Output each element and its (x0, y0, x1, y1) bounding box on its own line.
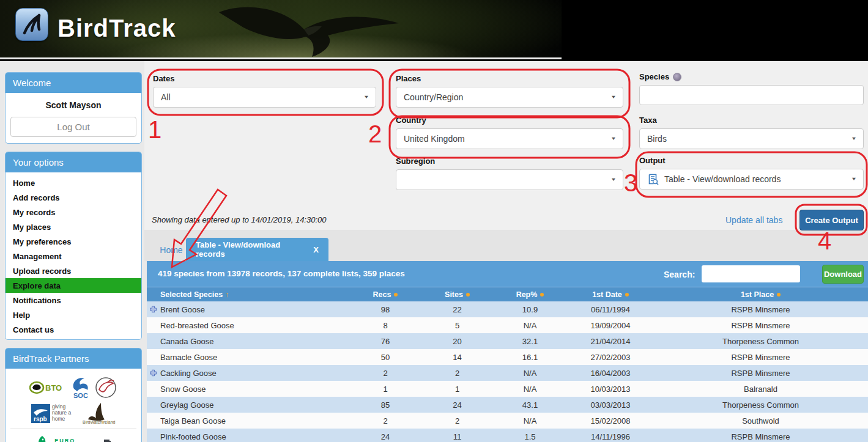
first-date-value: 21/04/2014 (568, 337, 653, 346)
output-select[interactable]: Table - View/download records ▼ (639, 169, 864, 190)
subregion-label: Subregion (396, 157, 623, 166)
places-select-value: Country/Region (404, 92, 463, 102)
sites-value: 2 (422, 416, 492, 425)
output-select-value: Table - View/download records (664, 174, 781, 184)
sort-dot-icon (466, 293, 470, 297)
first-date-value: 27/02/2003 (568, 353, 653, 362)
bto-logo-icon[interactable]: BTO (29, 380, 65, 396)
column-recs[interactable]: Recs (349, 290, 422, 299)
eurobirdportal-logo[interactable]: EURO BIRD PORTAL (9, 433, 138, 442)
expand-plus-icon[interactable] (150, 306, 157, 313)
taxa-select[interactable]: Birds ▼ (639, 128, 864, 149)
partners-divider (10, 429, 136, 429)
sidebar-menu-item[interactable]: My records (6, 205, 141, 219)
filter-group-dates: Dates All ▼ (153, 74, 376, 108)
species-help-icon[interactable] (673, 73, 681, 81)
column-1st-place[interactable]: 1st Place (653, 290, 868, 299)
table-row[interactable]: Taiga Bean Goose 2 2 N/A 15/02/2008 Sout… (147, 413, 868, 429)
subregion-select[interactable]: ▼ (396, 169, 623, 190)
tab-table-view-download[interactable]: Table - View/download records X (186, 238, 328, 261)
showing-data-text: Showing data entered up to 14/01/2019, 1… (152, 215, 327, 224)
sites-value: 1 (422, 385, 492, 394)
table-row[interactable]: Barnacle Goose 50 14 16.1 27/02/2003 RSP… (147, 349, 868, 365)
sidebar-menu-item[interactable]: Add records (6, 190, 141, 205)
table-header-row: Selected Species↑ Recs Sites Rep% 1st Da… (147, 287, 868, 301)
results-statsbar: 419 species from 13978 records, 137 comp… (147, 261, 868, 287)
sidebar-menu-item[interactable]: My places (6, 219, 141, 234)
birdwatch-ireland-logo-icon[interactable]: BirdWatchIreland (81, 402, 116, 425)
recs-value: 98 (349, 305, 422, 314)
tab-close-icon[interactable]: X (307, 245, 319, 254)
rep-value: 32.1 (492, 337, 568, 346)
species-name: Red-breasted Goose (160, 321, 234, 330)
soc-logo-icon[interactable]: SOC (69, 375, 91, 400)
sort-dot-icon (394, 293, 398, 297)
svg-text:BTO: BTO (45, 383, 62, 392)
svg-text:SOC: SOC (73, 392, 88, 399)
first-date-value: 15/02/2008 (568, 416, 653, 425)
species-name: Snow Goose (160, 385, 206, 394)
birdtrack-logo[interactable] (15, 8, 48, 41)
sites-value: 14 (422, 353, 492, 362)
rep-value: N/A (492, 321, 568, 330)
recs-value: 76 (349, 337, 422, 346)
eurobirdportal-bird-icon (35, 435, 50, 442)
wos-logo-icon[interactable] (94, 376, 117, 399)
sites-value: 5 (422, 321, 492, 330)
user-name: Scott Mayson (10, 100, 136, 110)
sidebar-menu-item[interactable]: Notifications (6, 293, 141, 308)
rspb-logo[interactable]: rspb giving nature a home (31, 404, 78, 423)
expand-plus-icon[interactable] (150, 370, 157, 377)
recs-value: 24 (349, 432, 422, 441)
options-panel: Your options HomeAdd recordsMy recordsMy… (5, 152, 142, 340)
dates-select[interactable]: All ▼ (153, 87, 376, 108)
column-rep[interactable]: Rep% (492, 290, 568, 299)
table-row[interactable]: Cackling Goose 2 2 N/A 16/04/2003 RSPB M… (147, 365, 868, 381)
first-place-value: Balranald (653, 385, 868, 394)
table-row[interactable]: Brent Goose 98 22 10.9 06/11/1994 RSPB M… (147, 301, 868, 317)
species-name: Cackling Goose (160, 369, 217, 378)
sidebar-menu-item[interactable]: Contact us (6, 322, 141, 337)
chevron-down-icon: ▼ (851, 176, 857, 181)
sidebar-menu-item[interactable]: My preferences (6, 234, 141, 249)
tab-home[interactable]: Home (154, 239, 188, 261)
table-row[interactable]: Pink-footed Goose 24 11 1.5 14/11/1996 R… (147, 429, 868, 442)
welcome-panel-title: Welcome (6, 73, 141, 93)
sidebar-menu-item[interactable]: Help (6, 308, 141, 322)
column-selected-species[interactable]: Selected Species↑ (147, 290, 349, 299)
sort-dot-icon (625, 293, 629, 297)
sidebar-menu-item[interactable]: Home (6, 175, 141, 190)
search-input[interactable] (702, 265, 800, 282)
first-place-value: RSPB Minsmere (653, 369, 868, 378)
svg-text:rspb: rspb (34, 416, 47, 422)
chevron-down-icon: ▼ (610, 136, 617, 141)
taxa-label: Taxa (639, 116, 864, 125)
column-sites[interactable]: Sites (422, 290, 492, 299)
recs-value: 85 (349, 400, 422, 410)
table-row[interactable]: Red-breasted Goose 8 5 N/A 19/09/2004 RS… (147, 317, 868, 333)
table-row[interactable]: Snow Goose 1 1 N/A 10/03/2013 Balranald (147, 381, 868, 397)
app-header: BirdTrack (0, 0, 868, 61)
first-place-value: RSPB Minsmere (653, 305, 868, 314)
table-row[interactable]: Greylag Goose 85 24 43.1 03/03/2013 Thor… (147, 397, 868, 413)
sites-value: 24 (422, 400, 492, 410)
sidebar-menu-item[interactable]: Explore data (6, 278, 141, 293)
sidebar-menu-item[interactable]: Upload records (6, 263, 141, 278)
download-button[interactable]: Download (822, 265, 864, 284)
dates-label: Dates (153, 74, 376, 83)
create-output-button[interactable]: Create Output (799, 210, 864, 230)
logout-button[interactable]: Log Out (10, 117, 136, 137)
species-name: Barnacle Goose (160, 353, 217, 362)
sites-value: 22 (422, 305, 492, 314)
places-select[interactable]: Country/Region ▼ (396, 87, 623, 108)
species-label: Species (639, 72, 669, 81)
options-list: HomeAdd recordsMy recordsMy placesMy pre… (6, 172, 141, 339)
column-1st-date[interactable]: 1st Date (568, 290, 653, 299)
country-select[interactable]: United Kingdom ▼ (396, 128, 623, 149)
table-row[interactable]: Canada Goose 76 20 32.1 21/04/2014 Thorp… (147, 333, 868, 349)
flying-osprey-image (208, 0, 410, 59)
species-input[interactable] (639, 85, 864, 105)
sidebar-menu-item[interactable]: Management (6, 249, 141, 263)
table-output-icon (647, 174, 659, 185)
update-all-tabs-link[interactable]: Update all tabs (725, 215, 782, 225)
